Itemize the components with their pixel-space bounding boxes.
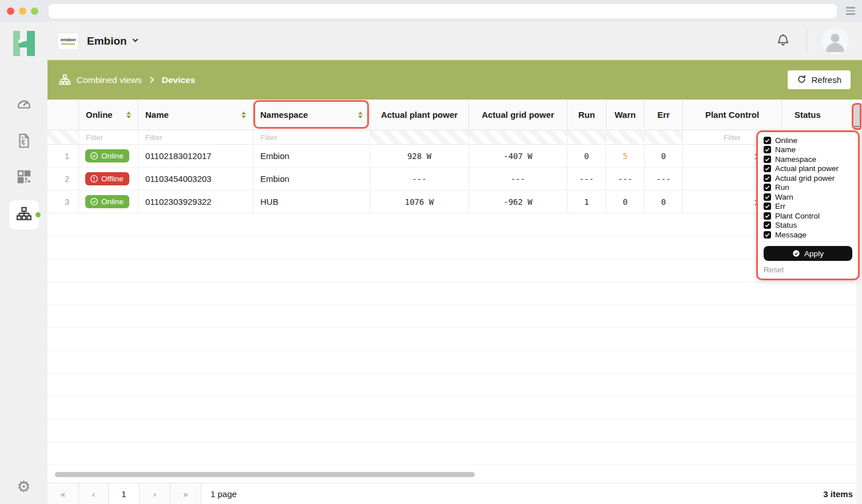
err-cell: 0	[645, 191, 683, 213]
column-checkbox-list: Online Name Namespace Actual plant power…	[764, 136, 852, 239]
column-checkbox-actual-plant-power[interactable]: Actual plant power	[764, 164, 852, 174]
header-namespace[interactable]: Namespace	[253, 100, 370, 130]
header-run[interactable]: Run	[567, 100, 606, 130]
column-checkbox-status[interactable]: Status	[764, 221, 852, 231]
table-row[interactable]: 2 Offline 01103454003203 Embion --- --- …	[47, 168, 862, 191]
browser-menu-icon[interactable]	[846, 7, 855, 15]
sort-icon	[358, 112, 363, 118]
name-cell: 01103454003203	[138, 168, 253, 190]
sidebar-item-billing[interactable]: €	[0, 127, 47, 157]
table-row[interactable]: 1 Online 01102183012017 Embion 928 W -40…	[47, 145, 862, 168]
notifications-bell-icon[interactable]	[760, 33, 807, 50]
header-status[interactable]: Status	[782, 100, 862, 130]
filter-disabled	[567, 130, 606, 144]
column-chooser-button[interactable]	[852, 103, 861, 130]
header-err[interactable]: Err	[645, 100, 683, 130]
apply-button[interactable]: Apply	[764, 246, 852, 261]
org-name: Embion	[87, 35, 127, 47]
checkbox-checked-icon	[764, 156, 771, 163]
address-bar[interactable]	[49, 4, 837, 18]
sidebar-item-devices[interactable]	[9, 200, 39, 230]
column-checkbox-name[interactable]: Name	[764, 145, 852, 155]
breadcrumb-current: Devices	[162, 75, 196, 85]
table-row[interactable]: 3 Online 01102303929322 HUB 1076 W -962 …	[47, 191, 862, 213]
horizontal-scrollbar-thumb[interactable]	[55, 472, 475, 477]
checkbox-checked-icon	[764, 184, 771, 191]
header-plant-control[interactable]: Plant Control	[683, 100, 782, 130]
page-count-label: 1 page	[210, 489, 237, 499]
org-selector[interactable]: Embion	[87, 35, 140, 47]
sidebar: €	[0, 22, 47, 504]
err-cell: ---	[645, 168, 683, 190]
grid-power-cell: ---	[469, 168, 567, 190]
filter-namespace	[253, 130, 370, 144]
header-rownum	[47, 100, 79, 130]
column-checkbox-run[interactable]: Run	[764, 183, 852, 193]
name-cell: 01102303929322	[138, 191, 253, 213]
header-online[interactable]: Online	[79, 100, 138, 130]
page-next-button[interactable]: ›	[140, 483, 170, 504]
column-checkbox-err[interactable]: Err	[764, 202, 852, 212]
sort-icon	[126, 112, 131, 118]
checkbox-checked-icon	[764, 165, 771, 172]
check-circle-icon	[90, 197, 98, 206]
h-logo-icon	[13, 31, 35, 56]
sidebar-item-dashboard[interactable]	[0, 90, 47, 120]
column-checkbox-namespace[interactable]: Namespace	[764, 154, 852, 164]
filter-namespace-input[interactable]	[253, 133, 370, 142]
app-logo	[0, 27, 47, 59]
checkbox-checked-icon	[764, 137, 771, 144]
column-checkbox-warn[interactable]: Warn	[764, 192, 852, 202]
table-header-row: Online Name Namespace Actual plant power…	[47, 100, 862, 130]
hierarchy-tree-icon	[16, 206, 32, 224]
run-cell: 1	[567, 191, 606, 213]
invoice-euro-icon: €	[15, 132, 33, 152]
page-last-button[interactable]: »	[170, 483, 201, 504]
header-name[interactable]: Name	[138, 100, 253, 130]
filter-name	[138, 130, 253, 144]
column-checkbox-online[interactable]: Online	[764, 136, 852, 145]
window-close-button[interactable]	[7, 7, 14, 15]
column-chooser-icon	[855, 126, 859, 127]
org-logo-text: embion	[61, 37, 76, 42]
header-warn[interactable]: Warn	[606, 100, 645, 130]
sort-icon	[241, 112, 246, 118]
active-indicator-dot	[35, 212, 41, 217]
refresh-icon	[797, 74, 807, 86]
status-badge: Online	[85, 195, 129, 208]
grid-qr-icon	[15, 168, 33, 188]
column-checkbox-actual-grid-power[interactable]: Actual grid power	[764, 173, 852, 183]
filter-rownum	[47, 130, 79, 144]
org-logo: embion	[57, 33, 79, 50]
checkbox-checked-icon	[764, 203, 771, 210]
filter-online	[79, 130, 138, 144]
header-actual-plant-power[interactable]: Actual plant power	[370, 100, 469, 130]
page-current[interactable]: 1	[109, 483, 140, 504]
breadcrumb-section[interactable]: Combined views	[77, 75, 142, 85]
pagination-bar: « ‹ 1 › » 1 page 3 items	[47, 483, 862, 504]
checkbox-checked-icon	[764, 174, 771, 182]
page-prev-button[interactable]: ‹	[79, 483, 109, 504]
plant-power-cell: 1076 W	[370, 191, 469, 213]
page-first-button[interactable]: «	[47, 483, 79, 504]
grid-power-cell: -962 W	[469, 191, 567, 213]
header-actual-grid-power[interactable]: Actual grid power	[469, 100, 567, 130]
sidebar-item-apps[interactable]	[0, 163, 47, 193]
breadcrumb-bar: Combined views Devices Refresh	[47, 60, 862, 100]
window-minimize-button[interactable]	[19, 7, 26, 15]
items-count-label: 3 items	[823, 489, 853, 499]
user-avatar[interactable]	[822, 28, 848, 54]
run-cell: 0	[567, 145, 606, 167]
status-badge: Online	[85, 149, 129, 162]
column-checkbox-plant-control[interactable]: Plant Control	[764, 211, 852, 221]
top-header: embion Embion	[47, 22, 862, 60]
reset-link[interactable]: Reset	[764, 265, 852, 274]
settings-gear-icon[interactable]: ⚙	[0, 478, 47, 496]
column-checkbox-message[interactable]: Message	[764, 230, 852, 239]
filter-name-input[interactable]	[138, 133, 253, 142]
check-circle-icon	[90, 152, 98, 160]
window-zoom-button[interactable]	[31, 7, 38, 15]
refresh-button[interactable]: Refresh	[788, 70, 851, 89]
filter-online-input[interactable]	[79, 133, 138, 142]
filter-disabled	[370, 130, 469, 144]
